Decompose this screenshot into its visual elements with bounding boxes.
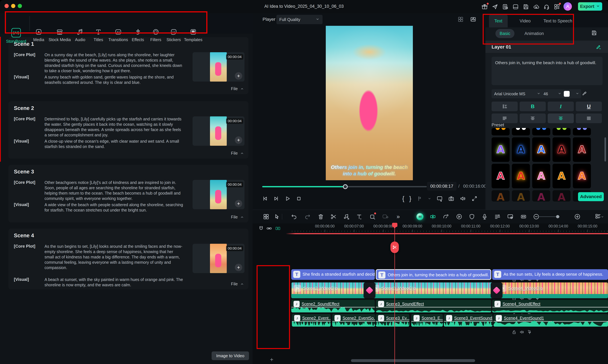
next-frame-button[interactable] — [273, 195, 280, 202]
audio-clip[interactable]: ♪Scene2_EventSo... — [332, 314, 375, 327]
mark-in-icon[interactable]: { — [402, 195, 404, 202]
shield-icon[interactable] — [468, 213, 476, 220]
fit-timeline-icon[interactable] — [520, 213, 527, 220]
preset-thumbnail[interactable]: A — [532, 190, 550, 202]
file-row[interactable]: File — [231, 215, 244, 220]
file-row[interactable]: File — [231, 86, 244, 91]
more-icon[interactable]: » — [395, 213, 402, 220]
ai-assistant-icon[interactable] — [416, 213, 423, 220]
audio-cut-icon[interactable] — [343, 213, 350, 220]
video-clip[interactable]: Scene2_VideoClip — [291, 282, 370, 298]
add-clip-button[interactable]: + — [235, 72, 242, 80]
eyedropper-icon[interactable] — [582, 91, 587, 97]
video-clip[interactable]: Scene3_VideoClip — [370, 282, 497, 298]
preset-thumbnail[interactable]: A — [512, 137, 530, 162]
audio-clip[interactable]: ♪Scene3_EventSound3 — [444, 314, 492, 327]
audio-clip[interactable]: ♪Scene2_SoundEffect — [291, 300, 375, 312]
save-icon[interactable] — [523, 3, 529, 10]
link-clips-icon[interactable] — [266, 225, 272, 232]
add-track-button[interactable]: + — [270, 356, 273, 363]
zoom-in-icon[interactable] — [574, 213, 581, 220]
preset-thumbnail[interactable]: A — [553, 137, 571, 162]
audio-clip[interactable]: ♪Scene3_Ev... — [376, 314, 409, 327]
zoom-slider-handle[interactable] — [556, 215, 559, 218]
traffic-light-minimize[interactable] — [11, 4, 15, 8]
file-row[interactable]: File — [231, 151, 244, 156]
audio-clip[interactable]: ♪Scene3_SoundEffect — [376, 300, 491, 312]
add-clip-button[interactable]: + — [235, 264, 242, 271]
send-icon[interactable] — [491, 3, 498, 10]
scissors-icon[interactable] — [330, 213, 337, 220]
cursor-icon[interactable] — [273, 213, 280, 220]
italic-button[interactable]: I — [548, 102, 574, 111]
prev-frame-button[interactable] — [262, 195, 268, 202]
avatar[interactable] — [564, 2, 572, 11]
audio-clip[interactable]: ♪Scene4_SoundEffect — [492, 300, 608, 312]
lock-icon[interactable] — [512, 329, 517, 335]
align-justify-button[interactable] — [576, 114, 602, 123]
traffic-light-close[interactable] — [4, 4, 9, 8]
add-clip-button[interactable]: + — [235, 200, 242, 207]
scene-card[interactable]: Scene 2[Core Plot]Determined to help, [L… — [8, 101, 248, 159]
split-clip-icon[interactable] — [429, 213, 436, 220]
auto-subtitle-icon[interactable] — [494, 213, 501, 220]
subtab-basic[interactable]: Basic — [495, 29, 515, 38]
layout-grid-icon[interactable] — [263, 213, 270, 220]
speed-ramp-icon[interactable] — [442, 213, 449, 220]
mask-icon[interactable] — [382, 213, 389, 220]
text-clip-selected[interactable]: TOthers join in, turning the beach into … — [376, 269, 491, 280]
text-input[interactable]: Others join in, turning the beach into a… — [491, 57, 603, 85]
align-center-active-button[interactable] — [548, 114, 574, 123]
advanced-button[interactable]: Advanced — [578, 192, 604, 201]
transition-badge[interactable] — [491, 282, 502, 298]
scene-thumbnail[interactable]: 00:00:04+ — [193, 180, 244, 209]
mirror-display-icon[interactable] — [436, 195, 443, 202]
scene-card[interactable]: Scene 4[Core Plot]As the sun begins to s… — [8, 229, 248, 289]
mark-out-icon[interactable]: } — [409, 195, 411, 202]
apps-grid-icon[interactable] — [554, 3, 560, 10]
task-list-icon[interactable] — [502, 3, 509, 10]
file-row[interactable]: File — [231, 282, 244, 286]
font-size-select[interactable]: 46 — [541, 89, 564, 98]
toolbar-item-storyboard[interactable]: [AI]StoryBoard — [4, 28, 28, 44]
chevron-down-icon[interactable] — [601, 215, 604, 219]
tab-text-to-speech[interactable]: Text to Speech — [541, 14, 575, 27]
vertical-text-icon[interactable] — [491, 102, 518, 111]
split-scissors-badge[interactable] — [390, 242, 399, 253]
fullscreen-icon[interactable] — [471, 195, 478, 202]
tab-text[interactable]: Text — [489, 14, 508, 27]
preset-thumbnail[interactable]: A — [532, 164, 550, 188]
scene-thumbnail[interactable]: 00:00:04+ — [193, 117, 244, 146]
audio-clip[interactable]: ♪Scene2_Event... — [292, 314, 330, 327]
snap-icon[interactable] — [258, 225, 264, 232]
snapshot-camera-icon[interactable] — [448, 195, 455, 202]
align-left-button[interactable] — [491, 114, 518, 123]
scopes-icon[interactable] — [470, 16, 476, 23]
preset-thumbnail[interactable]: A — [512, 164, 530, 188]
audio-clip[interactable]: ♪Scene3_E... — [411, 314, 443, 327]
mic-sparkle-icon[interactable] — [527, 329, 532, 335]
transition-badge[interactable] — [364, 282, 375, 298]
scene-thumbnail[interactable]: 00:00:04+ — [193, 52, 244, 82]
crop-icon[interactable] — [369, 213, 376, 220]
voiceover-mic-icon[interactable] — [481, 213, 488, 220]
underline-button[interactable]: U — [576, 102, 602, 111]
volume-icon[interactable] — [519, 329, 525, 335]
volume-icon[interactable] — [460, 195, 466, 202]
play-button[interactable] — [284, 195, 291, 202]
preset-thumbnail[interactable]: A — [491, 137, 510, 162]
redo-icon[interactable] — [304, 213, 311, 220]
timeline-hscrollbar[interactable] — [351, 359, 475, 362]
cloud-sync-icon[interactable] — [533, 3, 540, 10]
align-center-button[interactable] — [520, 114, 546, 123]
preset-thumbnail[interactable] — [573, 128, 591, 135]
video-clip[interactable]: Scene4_VideoClip — [497, 282, 608, 298]
preset-thumbnail[interactable]: A — [553, 164, 571, 188]
scene-card[interactable]: Scene 1[Core Plot]On a sunny day at the … — [8, 37, 248, 94]
gift-icon[interactable] — [481, 3, 488, 10]
panel-layout-icon[interactable] — [512, 3, 519, 10]
preset-thumbnail[interactable] — [532, 128, 550, 135]
traffic-light-zoom[interactable] — [18, 4, 22, 8]
preset-thumbnail[interactable]: A — [532, 137, 550, 162]
marker-icon[interactable] — [416, 195, 423, 202]
